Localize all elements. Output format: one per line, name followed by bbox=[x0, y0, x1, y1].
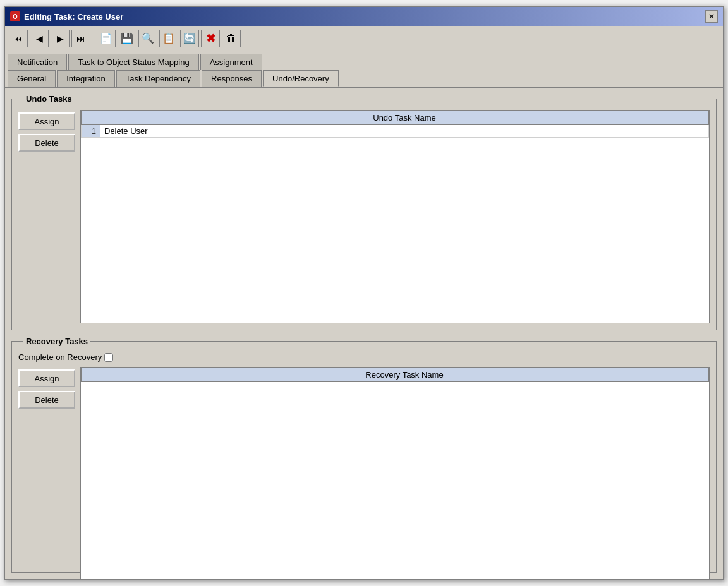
complete-on-recovery-label: Complete on Recovery bbox=[18, 352, 113, 362]
trash-button[interactable]: 🗑 bbox=[222, 30, 241, 47]
content-area: Undo Tasks Assign Delete Undo Task Name bbox=[5, 88, 723, 579]
prev-record-button[interactable]: ◀ bbox=[30, 30, 49, 47]
close-button[interactable]: ✕ bbox=[705, 10, 718, 23]
recovery-tasks-table: Recovery Task Name bbox=[81, 368, 709, 382]
tab-task-object-mapping[interactable]: Task to Object Status Mapping bbox=[68, 54, 198, 70]
tab-row-2: General Integration Task Dependency Resp… bbox=[5, 70, 723, 88]
row-num: 1 bbox=[82, 125, 100, 138]
recovery-col-name: Recovery Task Name bbox=[100, 368, 709, 382]
toolbar: ⏮ ◀ ▶ ⏭ 📄 💾 🔍 📋 🔄 ✖ 🗑 bbox=[5, 26, 723, 51]
undo-delete-button[interactable]: Delete bbox=[18, 134, 75, 152]
undo-assign-button[interactable]: Assign bbox=[18, 112, 75, 130]
tab-responses[interactable]: Responses bbox=[202, 70, 262, 87]
recovery-col-num bbox=[82, 368, 100, 382]
first-record-button[interactable]: ⏮ bbox=[9, 30, 28, 47]
tab-notification[interactable]: Notification bbox=[8, 54, 67, 70]
complete-on-recovery-checkbox[interactable] bbox=[104, 353, 113, 362]
tab-assignment[interactable]: Assignment bbox=[200, 54, 262, 70]
task-name: Delete User bbox=[100, 125, 709, 138]
complete-on-recovery-text: Complete on Recovery bbox=[18, 352, 102, 362]
tab-general[interactable]: General bbox=[8, 70, 56, 87]
save-button[interactable]: 💾 bbox=[118, 30, 136, 47]
title-bar: O Editing Task: Create User ✕ bbox=[5, 7, 723, 26]
next-record-button[interactable]: ▶ bbox=[51, 30, 70, 47]
undo-tasks-table-container: Undo Task Name 1Delete User bbox=[80, 110, 710, 323]
recovery-tasks-inner: Assign Delete Recovery Task Name bbox=[18, 367, 710, 579]
undo-btn-col: Assign Delete bbox=[18, 110, 75, 323]
main-window: O Editing Task: Create User ✕ ⏮ ◀ ▶ ⏭ 📄 … bbox=[4, 6, 724, 580]
tab-integration[interactable]: Integration bbox=[57, 70, 114, 87]
table-row: 1Delete User bbox=[82, 125, 709, 138]
undo-tasks-inner: Assign Delete Undo Task Name 1Delete Use… bbox=[18, 110, 710, 323]
recovery-tasks-section: Recovery Tasks Complete on Recovery Assi… bbox=[11, 337, 717, 573]
undo-tasks-table: Undo Task Name 1Delete User bbox=[81, 111, 709, 138]
undo-col-num bbox=[82, 111, 100, 125]
undo-tasks-title: Undo Tasks bbox=[23, 94, 75, 104]
new-record-button[interactable]: 📄 bbox=[97, 30, 116, 47]
copy-button[interactable]: 📋 bbox=[159, 30, 178, 47]
tab-task-dependency[interactable]: Task Dependency bbox=[116, 70, 200, 87]
title-bar-left: O Editing Task: Create User bbox=[10, 11, 123, 21]
recovery-tasks-table-container: Recovery Task Name bbox=[80, 367, 710, 579]
undo-col-name: Undo Task Name bbox=[100, 111, 709, 125]
undo-tasks-section: Undo Tasks Assign Delete Undo Task Name bbox=[11, 94, 717, 330]
last-record-button[interactable]: ⏭ bbox=[71, 30, 90, 47]
cancel-button[interactable]: ✖ bbox=[201, 30, 220, 47]
tab-undo-recovery[interactable]: Undo/Recovery bbox=[263, 70, 339, 87]
recovery-assign-button[interactable]: Assign bbox=[18, 369, 75, 387]
recovery-btn-col: Assign Delete bbox=[18, 367, 75, 579]
recovery-delete-button[interactable]: Delete bbox=[18, 391, 75, 409]
refresh-button[interactable]: 🔄 bbox=[180, 30, 199, 47]
tab-row-1: Notification Task to Object Status Mappi… bbox=[5, 51, 723, 70]
app-icon: O bbox=[10, 11, 20, 21]
recovery-tasks-title: Recovery Tasks bbox=[23, 337, 90, 346]
search-button[interactable]: 🔍 bbox=[138, 30, 157, 47]
recovery-header: Complete on Recovery bbox=[18, 352, 710, 362]
window-title: Editing Task: Create User bbox=[24, 12, 123, 21]
